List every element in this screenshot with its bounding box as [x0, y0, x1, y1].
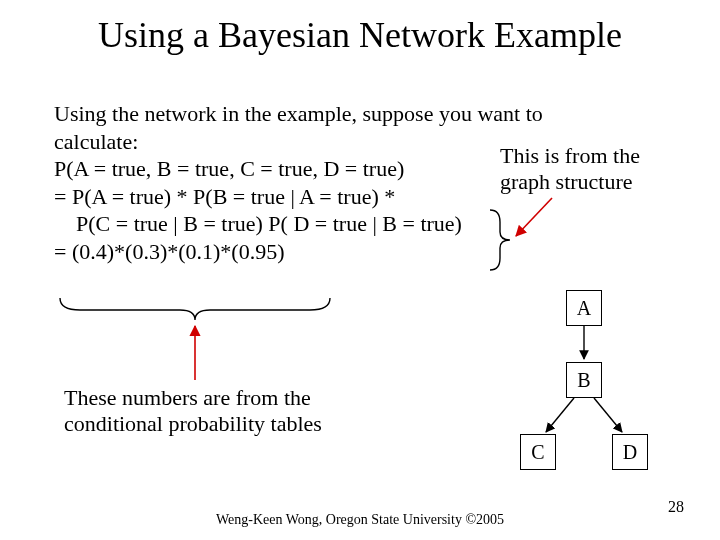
- annotation-line: This is from the: [500, 143, 700, 169]
- graph-node-D: D: [612, 434, 648, 470]
- graph-node-C: C: [520, 434, 556, 470]
- body-line: P(C = true | B = true) P( D = true | B =…: [54, 210, 666, 238]
- body-line: = (0.4)*(0.3)*(0.1)*(0.95): [54, 238, 666, 266]
- brace-under-icon: [60, 298, 330, 320]
- annotation-graph-structure: This is from the graph structure: [500, 143, 700, 196]
- graph-node-A: A: [566, 290, 602, 326]
- edge-B-D: [594, 398, 622, 432]
- annotation-cpt: These numbers are from the conditional p…: [64, 385, 364, 438]
- slide: Using a Bayesian Network Example Using t…: [0, 0, 720, 540]
- node-label: A: [577, 297, 591, 320]
- graph-node-B: B: [566, 362, 602, 398]
- node-label: B: [577, 369, 590, 392]
- node-label: C: [531, 441, 544, 464]
- slide-footer: Weng-Keen Wong, Oregon State University …: [0, 512, 720, 528]
- annotation-line: conditional probability tables: [64, 411, 364, 437]
- body-line: Using the network in the example, suppos…: [54, 100, 666, 128]
- annotation-line: These numbers are from the: [64, 385, 364, 411]
- node-label: D: [623, 441, 637, 464]
- page-number: 28: [668, 498, 684, 516]
- annotation-line: graph structure: [500, 169, 700, 195]
- edge-B-C: [546, 398, 574, 432]
- slide-title: Using a Bayesian Network Example: [0, 14, 720, 56]
